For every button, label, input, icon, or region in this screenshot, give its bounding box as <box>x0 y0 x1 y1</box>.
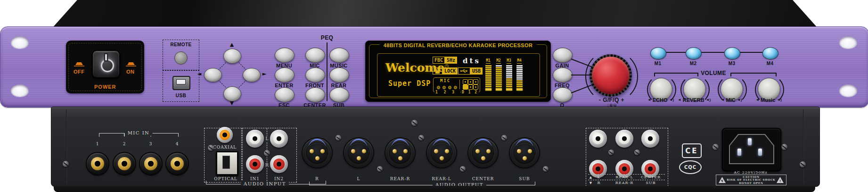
screw <box>712 144 719 150</box>
xlr-output-center <box>468 138 498 167</box>
cqc-mark: CQC <box>679 160 702 174</box>
rca-label-rear-r: REAR-R <box>615 180 633 185</box>
screw <box>460 166 466 172</box>
screw <box>63 161 69 167</box>
ac-pin-neutral <box>758 149 762 156</box>
audio-output-bracket <box>309 182 535 185</box>
marker-down: ▼ <box>590 181 592 186</box>
optical-input <box>216 151 238 175</box>
xlr-output-sub <box>510 138 539 167</box>
xlr-label-l: L <box>357 176 360 182</box>
xlr-output-rear-l <box>427 138 456 167</box>
rca-input-in2-r <box>270 155 288 173</box>
rca-input-in1-r <box>246 155 264 173</box>
xlr-output-l <box>344 138 373 167</box>
rca-label-r: R <box>597 180 600 185</box>
mic-in-number-2: 2 <box>123 142 126 147</box>
ce-mark: CE <box>682 143 702 158</box>
xlr-output-rear-r <box>385 138 415 167</box>
screw <box>377 166 383 172</box>
ac-power-inlet <box>722 128 781 171</box>
xlr-label-r: R <box>315 176 319 182</box>
xlr-label-rear-r: REAR-R <box>390 176 410 182</box>
mic-in-number-1: 1 <box>96 142 99 147</box>
rca-label-sub: SUB <box>646 180 655 185</box>
screw <box>418 135 424 141</box>
mic-in-jack-4 <box>166 153 188 175</box>
mic-in-title: MIC IN <box>125 130 153 136</box>
coaxial-label: COAXIAL <box>213 145 237 150</box>
rca-output-center <box>641 130 659 148</box>
chassis-bottom <box>54 186 815 192</box>
screw <box>411 120 418 126</box>
screw <box>543 166 549 172</box>
coaxial-input <box>217 127 233 143</box>
screw <box>634 150 640 155</box>
screw <box>800 161 806 167</box>
rca-input-in2-l <box>270 130 288 148</box>
input-l-label: L <box>265 136 270 142</box>
screw <box>781 144 787 150</box>
input-r-label: R <box>264 163 270 168</box>
xlr-label-rear-l: REAR-L <box>432 176 451 182</box>
screw <box>336 135 341 141</box>
rear-panel-connectors: MIC IN 1 2 3 4 COAXIAL OPTICAL L R IN1 I… <box>0 0 868 192</box>
mic-in-number-4: 4 <box>176 142 179 147</box>
rca-input-in1-l <box>246 130 264 148</box>
mic-in-jack-3 <box>140 153 162 175</box>
xlr-label-sub: SUB <box>519 176 530 182</box>
ac-pin-live <box>737 149 741 156</box>
mic-in-jack-2 <box>114 153 135 175</box>
ac-pin-earth <box>748 138 752 145</box>
mic-in-number-3: 3 <box>149 142 153 147</box>
screw <box>501 135 507 141</box>
warning-icon: ! <box>777 177 784 183</box>
mic-in-jack-1 <box>87 153 108 175</box>
electric-shock-icon: ↯ <box>719 177 726 183</box>
rca-label-l: L <box>598 175 600 180</box>
screw <box>208 145 214 151</box>
xlr-output-r <box>303 138 332 167</box>
rca-label-rear-l: REAR-L <box>615 175 633 180</box>
screw <box>608 150 614 155</box>
rca-output-rear-l <box>615 130 633 148</box>
caution-box: ↯ CAUTION RISK OF ELECTRIC SHOCK DONOT O… <box>716 175 786 185</box>
rca-label-center: CENTER <box>641 175 661 180</box>
xlr-label-center: CENTER <box>472 176 494 182</box>
device-product-image: OFF ON POWER REMOTE USB ▲ ◄ ► ▼ <box>0 0 868 192</box>
rca-output-l <box>589 130 607 148</box>
screw <box>264 150 270 156</box>
